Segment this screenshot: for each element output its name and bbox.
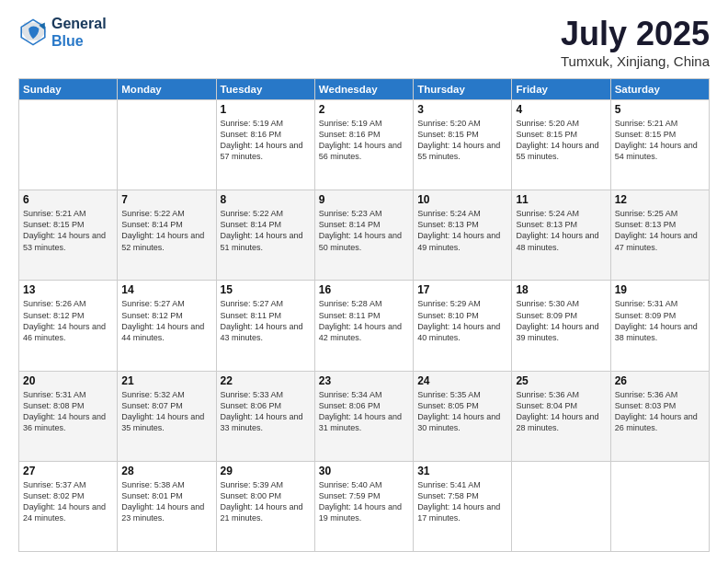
calendar-header-row: Sunday Monday Tuesday Wednesday Thursday… [19, 79, 710, 100]
cell-info: Sunrise: 5:22 AM Sunset: 8:14 PM Dayligh… [221, 208, 311, 253]
header: General Blue July 2025 Tumxuk, Xinjiang,… [18, 15, 710, 69]
table-row: 21 Sunrise: 5:32 AM Sunset: 8:07 PM Dayl… [118, 371, 216, 461]
calendar-week-4: 20 Sunrise: 5:31 AM Sunset: 8:08 PM Dayl… [19, 371, 710, 461]
day-number: 8 [221, 193, 311, 206]
table-row: 3 Sunrise: 5:20 AM Sunset: 8:15 PM Dayli… [414, 100, 512, 190]
table-row [19, 100, 118, 190]
col-friday: Friday [512, 79, 610, 100]
day-number: 7 [121, 193, 211, 206]
cell-info: Sunrise: 5:32 AM Sunset: 8:07 PM Dayligh… [121, 389, 211, 434]
cell-info: Sunrise: 5:31 AM Sunset: 8:08 PM Dayligh… [23, 389, 113, 434]
day-number: 21 [121, 374, 211, 387]
col-monday: Monday [118, 79, 216, 100]
table-row: 24 Sunrise: 5:35 AM Sunset: 8:05 PM Dayl… [414, 371, 512, 461]
table-row [610, 461, 709, 551]
cell-info: Sunrise: 5:24 AM Sunset: 8:13 PM Dayligh… [516, 208, 606, 253]
table-row: 29 Sunrise: 5:39 AM Sunset: 8:00 PM Dayl… [216, 461, 314, 551]
cell-info: Sunrise: 5:19 AM Sunset: 8:16 PM Dayligh… [319, 118, 409, 163]
table-row: 26 Sunrise: 5:36 AM Sunset: 8:03 PM Dayl… [610, 371, 709, 461]
table-row [512, 461, 610, 551]
table-row: 23 Sunrise: 5:34 AM Sunset: 8:06 PM Dayl… [314, 371, 413, 461]
cell-info: Sunrise: 5:30 AM Sunset: 8:09 PM Dayligh… [516, 298, 606, 343]
day-number: 26 [615, 374, 705, 387]
month-title: July 2025 [561, 15, 710, 53]
cell-info: Sunrise: 5:19 AM Sunset: 8:16 PM Dayligh… [221, 118, 311, 163]
cell-info: Sunrise: 5:25 AM Sunset: 8:13 PM Dayligh… [615, 208, 705, 253]
table-row: 27 Sunrise: 5:37 AM Sunset: 8:02 PM Dayl… [19, 461, 118, 551]
cell-info: Sunrise: 5:26 AM Sunset: 8:12 PM Dayligh… [23, 298, 113, 343]
day-number: 27 [23, 465, 113, 477]
day-number: 6 [23, 193, 113, 206]
cell-info: Sunrise: 5:40 AM Sunset: 7:59 PM Dayligh… [319, 479, 409, 524]
cell-info: Sunrise: 5:39 AM Sunset: 8:00 PM Dayligh… [221, 479, 311, 524]
day-number: 2 [319, 103, 409, 116]
logo-text: General Blue [51, 15, 107, 50]
day-number: 14 [121, 283, 211, 296]
table-row: 7 Sunrise: 5:22 AM Sunset: 8:14 PM Dayli… [118, 190, 216, 281]
table-row: 16 Sunrise: 5:28 AM Sunset: 8:11 PM Dayl… [314, 281, 413, 371]
day-number: 29 [221, 465, 311, 477]
calendar-week-1: 1 Sunrise: 5:19 AM Sunset: 8:16 PM Dayli… [19, 100, 710, 190]
col-wednesday: Wednesday [314, 79, 413, 100]
table-row: 1 Sunrise: 5:19 AM Sunset: 8:16 PM Dayli… [216, 100, 314, 190]
cell-info: Sunrise: 5:36 AM Sunset: 8:04 PM Dayligh… [516, 389, 606, 434]
table-row: 31 Sunrise: 5:41 AM Sunset: 7:58 PM Dayl… [414, 461, 512, 551]
day-number: 10 [417, 193, 507, 206]
day-number: 18 [516, 283, 606, 296]
cell-info: Sunrise: 5:28 AM Sunset: 8:11 PM Dayligh… [319, 298, 409, 343]
day-number: 16 [319, 283, 409, 296]
calendar-week-3: 13 Sunrise: 5:26 AM Sunset: 8:12 PM Dayl… [19, 281, 710, 371]
cell-info: Sunrise: 5:27 AM Sunset: 8:11 PM Dayligh… [221, 298, 311, 343]
cell-info: Sunrise: 5:34 AM Sunset: 8:06 PM Dayligh… [319, 389, 409, 434]
day-number: 28 [121, 465, 211, 477]
calendar-table: Sunday Monday Tuesday Wednesday Thursday… [18, 78, 710, 552]
table-row: 9 Sunrise: 5:23 AM Sunset: 8:14 PM Dayli… [314, 190, 413, 281]
cell-info: Sunrise: 5:23 AM Sunset: 8:14 PM Dayligh… [319, 208, 409, 253]
cell-info: Sunrise: 5:31 AM Sunset: 8:09 PM Dayligh… [615, 298, 705, 343]
day-number: 22 [221, 374, 311, 387]
cell-info: Sunrise: 5:24 AM Sunset: 8:13 PM Dayligh… [417, 208, 507, 253]
col-sunday: Sunday [19, 79, 118, 100]
cell-info: Sunrise: 5:22 AM Sunset: 8:14 PM Dayligh… [121, 208, 211, 253]
table-row: 30 Sunrise: 5:40 AM Sunset: 7:59 PM Dayl… [314, 461, 413, 551]
day-number: 30 [319, 465, 409, 477]
page: General Blue July 2025 Tumxuk, Xinjiang,… [0, 0, 728, 563]
calendar-week-2: 6 Sunrise: 5:21 AM Sunset: 8:15 PM Dayli… [19, 190, 710, 281]
table-row: 6 Sunrise: 5:21 AM Sunset: 8:15 PM Dayli… [19, 190, 118, 281]
day-number: 12 [615, 193, 705, 206]
table-row: 17 Sunrise: 5:29 AM Sunset: 8:10 PM Dayl… [414, 281, 512, 371]
day-number: 31 [417, 465, 507, 477]
day-number: 4 [516, 103, 606, 116]
col-tuesday: Tuesday [216, 79, 314, 100]
table-row [118, 100, 216, 190]
day-number: 19 [615, 283, 705, 296]
table-row: 25 Sunrise: 5:36 AM Sunset: 8:04 PM Dayl… [512, 371, 610, 461]
table-row: 13 Sunrise: 5:26 AM Sunset: 8:12 PM Dayl… [19, 281, 118, 371]
calendar-body: 1 Sunrise: 5:19 AM Sunset: 8:16 PM Dayli… [19, 100, 710, 552]
day-number: 1 [221, 103, 311, 116]
table-row: 5 Sunrise: 5:21 AM Sunset: 8:15 PM Dayli… [610, 100, 709, 190]
table-row: 2 Sunrise: 5:19 AM Sunset: 8:16 PM Dayli… [314, 100, 413, 190]
table-row: 19 Sunrise: 5:31 AM Sunset: 8:09 PM Dayl… [610, 281, 709, 371]
day-number: 15 [221, 283, 311, 296]
cell-info: Sunrise: 5:37 AM Sunset: 8:02 PM Dayligh… [23, 479, 113, 524]
table-row: 22 Sunrise: 5:33 AM Sunset: 8:06 PM Dayl… [216, 371, 314, 461]
day-number: 23 [319, 374, 409, 387]
logo-icon [18, 17, 48, 47]
location: Tumxuk, Xinjiang, China [561, 53, 710, 69]
cell-info: Sunrise: 5:33 AM Sunset: 8:06 PM Dayligh… [221, 389, 311, 434]
cell-info: Sunrise: 5:27 AM Sunset: 8:12 PM Dayligh… [121, 298, 211, 343]
day-number: 17 [417, 283, 507, 296]
table-row: 20 Sunrise: 5:31 AM Sunset: 8:08 PM Dayl… [19, 371, 118, 461]
table-row: 4 Sunrise: 5:20 AM Sunset: 8:15 PM Dayli… [512, 100, 610, 190]
cell-info: Sunrise: 5:41 AM Sunset: 7:58 PM Dayligh… [417, 479, 507, 524]
cell-info: Sunrise: 5:20 AM Sunset: 8:15 PM Dayligh… [516, 118, 606, 163]
col-saturday: Saturday [610, 79, 709, 100]
day-number: 3 [417, 103, 507, 116]
table-row: 11 Sunrise: 5:24 AM Sunset: 8:13 PM Dayl… [512, 190, 610, 281]
calendar-week-5: 27 Sunrise: 5:37 AM Sunset: 8:02 PM Dayl… [19, 461, 710, 551]
day-number: 25 [516, 374, 606, 387]
table-row: 15 Sunrise: 5:27 AM Sunset: 8:11 PM Dayl… [216, 281, 314, 371]
cell-info: Sunrise: 5:20 AM Sunset: 8:15 PM Dayligh… [417, 118, 507, 163]
cell-info: Sunrise: 5:29 AM Sunset: 8:10 PM Dayligh… [417, 298, 507, 343]
